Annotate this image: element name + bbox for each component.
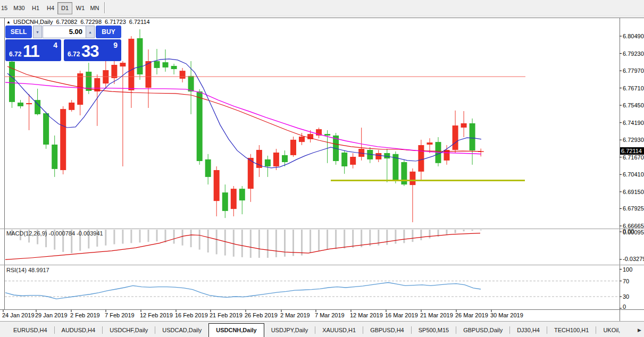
macd-histogram-bar (224, 230, 226, 256)
macd-histogram-bar (233, 230, 235, 257)
candle-body (120, 63, 126, 66)
volume-decrease-button[interactable]: ▼ (33, 26, 42, 38)
price-axis-label: 6.67925 (623, 205, 644, 212)
tab-audusd-h4[interactable]: AUDUSD,H4 (55, 324, 103, 336)
timeframe-h1-button[interactable]: H1 (29, 2, 43, 14)
timeframe-d1-button[interactable]: D1 (57, 2, 72, 14)
one-click-trading-widget: SELL ▼ 5.00 ▲ BUY 6.72 11 4 6.72 33 9 (5, 26, 121, 61)
candle-body (26, 103, 32, 104)
candle-body (256, 150, 262, 168)
chart-title: USDCNH,Daily (13, 19, 53, 25)
candle-body (461, 123, 467, 128)
current-price-badge: 6.72114 (620, 147, 644, 155)
macd-histogram-bar (284, 230, 286, 257)
macd-histogram-bar (395, 230, 396, 244)
sell-button[interactable]: SELL (5, 26, 32, 38)
tab-gbpusd-daily[interactable]: GBPUSD,Daily (456, 324, 509, 336)
candle-body (188, 76, 194, 91)
candle-body (205, 159, 211, 177)
candle-body (409, 172, 415, 185)
candle-body (163, 62, 169, 68)
candle-body (222, 192, 228, 211)
candle-body (43, 113, 49, 145)
price-axis-label: 6.80490 (623, 33, 644, 39)
macd-value-main: -0.000784 (48, 230, 75, 237)
price-axis-label: 6.72930 (623, 137, 644, 143)
buy-price-display[interactable]: 6.72 33 9 (64, 39, 121, 61)
sell-price-big: 11 (23, 42, 39, 61)
candle-body (470, 123, 475, 150)
candle-body (265, 159, 271, 166)
date-axis-label: 2 Feb 2019 (70, 312, 100, 318)
date-axis-label: 16 Mar 2019 (385, 312, 418, 318)
macd-histogram-bar (199, 230, 200, 250)
macd-value-signal: -0.003941 (77, 230, 103, 237)
date-axis-label: 29 Jan 2019 (35, 312, 68, 318)
price-axis-label: 6.74190 (623, 120, 644, 126)
price-axis-label: 6.76710 (623, 85, 644, 91)
candle-body (427, 142, 433, 145)
ohlc-open: 6.72082 (56, 19, 77, 25)
macd-histogram-bar (258, 230, 260, 258)
trading-platform-window: 15 M30 H1 H4 D1 W1 MN 6.804906.792306.77… (0, 0, 644, 337)
candle-body (111, 65, 117, 78)
ohlc-close: 6.72114 (129, 19, 150, 25)
price-axis-label: 6.75450 (623, 102, 644, 108)
tab-ukoil-[interactable]: UKOil, (596, 324, 627, 336)
tab-scroll-right-icon[interactable]: ▶ (638, 327, 641, 333)
candle-body (171, 66, 177, 69)
candle-body (273, 153, 279, 166)
macd-histogram-bar (412, 230, 413, 242)
macd-histogram-bar (420, 230, 422, 240)
tab-dj30-h4[interactable]: DJ30,H4 (510, 324, 547, 336)
candle-body (418, 145, 424, 172)
toolbar-separator (104, 2, 105, 13)
candle-body (60, 109, 66, 170)
timeframe-m30-button[interactable]: M30 (11, 2, 28, 14)
price-axis-label: 6.69150 (623, 189, 644, 195)
macd-histogram-bar (216, 230, 218, 254)
timeframe-mn-button[interactable]: MN (87, 2, 102, 14)
candle-body (341, 153, 347, 166)
tab-usdchf-daily[interactable]: USDCHF,Daily (103, 324, 155, 336)
macd-histogram-bar (190, 230, 192, 247)
timeframe-w1-button[interactable]: W1 (73, 2, 87, 14)
macd-histogram-bar (335, 230, 337, 249)
candle-body (299, 137, 305, 142)
price-axis-label: 6.70410 (623, 171, 644, 178)
macd-histogram-bar (480, 230, 482, 230)
tab-usdcnh-daily[interactable]: USDCNH,Daily (208, 323, 264, 337)
macd-histogram-bar (139, 230, 141, 242)
tab-xauusd-h1[interactable]: XAUUSD,H1 (315, 324, 363, 336)
macd-histogram-bar (301, 230, 303, 256)
volume-increase-button[interactable]: ▲ (86, 26, 95, 38)
macd-histogram-bar (403, 230, 405, 243)
timeframe-m15-button[interactable]: 15 (0, 2, 10, 14)
candle-body (52, 145, 57, 169)
volume-input[interactable]: 5.00 (43, 26, 86, 38)
ma-slow-line (5, 82, 481, 154)
rsi-value: 48.9917 (28, 267, 49, 273)
candle-body (146, 61, 152, 88)
candle-body (290, 140, 296, 155)
buy-price-prefix: 6.72 (68, 50, 80, 58)
sell-price-display[interactable]: 6.72 11 4 (5, 39, 61, 61)
buy-price-pip: 9 (113, 41, 118, 49)
macd-histogram-bar (386, 230, 388, 245)
chart-canvas[interactable]: 6.804906.792306.779706.767106.754506.741… (0, 16, 644, 321)
timeframe-h4-button[interactable]: H4 (44, 2, 57, 14)
macd-histogram-bar (472, 230, 473, 231)
tab-eurusd-h4[interactable]: EURUSD,H4 (6, 324, 54, 336)
tab-tech100-h1[interactable]: TECH100,H1 (547, 324, 596, 336)
macd-histogram-bar (369, 230, 371, 246)
tab-gbpusd-h4[interactable]: GBPUSD,H4 (363, 324, 411, 336)
candle-body (375, 153, 381, 159)
tab-usdcad-daily[interactable]: USDCAD,Daily (155, 324, 208, 336)
macd-histogram-bar (463, 230, 465, 231)
tab-usdjpy-daily[interactable]: USDJPY,Daily (264, 324, 315, 336)
tab-sp500-m15[interactable]: SP500,M15 (412, 324, 456, 336)
chart-title-row: ▲USDCNH,Daily6.720826.722986.717236.7211… (6, 19, 153, 26)
macd-histogram-bar (446, 230, 448, 235)
rsi-name: RSI(14) (6, 267, 27, 273)
buy-button[interactable]: BUY (96, 26, 121, 38)
